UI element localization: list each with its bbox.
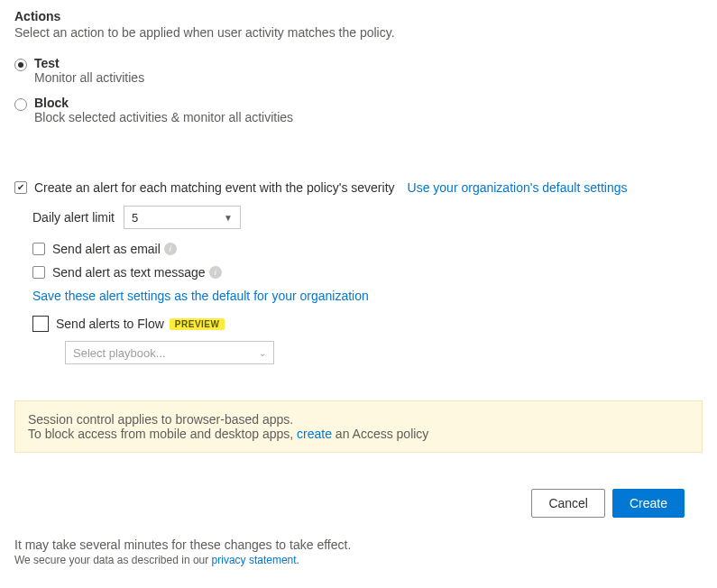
preview-badge: PREVIEW: [170, 318, 225, 330]
send-flow-label: Send alerts to Flow: [56, 317, 164, 331]
privacy-text-b: .: [297, 554, 299, 566]
radio-block-label: Block: [34, 96, 293, 110]
daily-alert-limit-label: Daily alert limit: [32, 210, 115, 225]
create-alert-checkbox[interactable]: [14, 181, 27, 194]
create-alert-row: Create an alert for each matching event …: [14, 180, 703, 195]
send-flow-checkbox[interactable]: [32, 316, 49, 332]
section-subtitle: Select an action to be applied when user…: [14, 25, 703, 40]
banner-line-2b: an Access policy: [332, 427, 428, 441]
playbook-select[interactable]: Select playbook... ⌄: [65, 341, 274, 364]
playbook-placeholder: Select playbook...: [73, 346, 166, 360]
section-title: Actions: [14, 9, 703, 23]
privacy-statement-link[interactable]: privacy statement: [212, 554, 297, 566]
send-email-row: Send alert as email i: [32, 242, 703, 256]
privacy-line: We secure your data as described in our …: [14, 554, 703, 566]
send-flow-row: Send alerts to Flow PREVIEW: [32, 316, 703, 332]
create-alert-label: Create an alert for each matching event …: [34, 180, 395, 195]
radio-block-control[interactable]: [14, 98, 27, 111]
info-icon[interactable]: i: [164, 243, 177, 255]
create-access-policy-link[interactable]: create: [297, 427, 332, 441]
radio-test-control[interactable]: [14, 59, 27, 71]
daily-alert-limit-select[interactable]: 5 ▼: [124, 206, 241, 229]
send-sms-row: Send alert as text message i: [32, 265, 703, 280]
create-button[interactable]: Create: [612, 489, 685, 518]
cancel-button[interactable]: Cancel: [531, 489, 605, 518]
radio-test-row[interactable]: Test Monitor all activities: [14, 56, 703, 85]
radio-test-label: Test: [34, 56, 144, 70]
send-sms-checkbox[interactable]: [32, 266, 45, 279]
daily-alert-limit-row: Daily alert limit 5 ▼: [32, 206, 703, 229]
daily-alert-limit-value: 5: [132, 211, 138, 225]
send-email-label: Send alert as email: [52, 242, 161, 256]
info-banner: Session control applies to browser-based…: [14, 400, 703, 453]
radio-block-desc: Block selected activities & monitor all …: [34, 110, 293, 124]
chevron-down-icon: ⌄: [259, 348, 266, 358]
footnote-line: It may take several minutes for these ch…: [14, 537, 703, 552]
footer-buttons: Cancel Create: [14, 489, 703, 518]
chevron-down-icon: ▼: [224, 213, 233, 223]
banner-line-1: Session control applies to browser-based…: [28, 412, 689, 427]
use-default-settings-link[interactable]: Use your organization's default settings: [408, 180, 628, 195]
banner-line-2a: To block access from mobile and desktop …: [28, 427, 297, 441]
info-icon[interactable]: i: [209, 266, 222, 279]
send-sms-label: Send alert as text message: [52, 265, 206, 280]
radio-test-desc: Monitor all activities: [34, 70, 144, 85]
privacy-text-a: We secure your data as described in our: [14, 554, 212, 566]
save-default-link[interactable]: Save these alert settings as the default…: [32, 289, 703, 303]
banner-line-2: To block access from mobile and desktop …: [28, 427, 689, 441]
radio-block-row[interactable]: Block Block selected activities & monito…: [14, 96, 703, 124]
send-email-checkbox[interactable]: [32, 243, 45, 255]
